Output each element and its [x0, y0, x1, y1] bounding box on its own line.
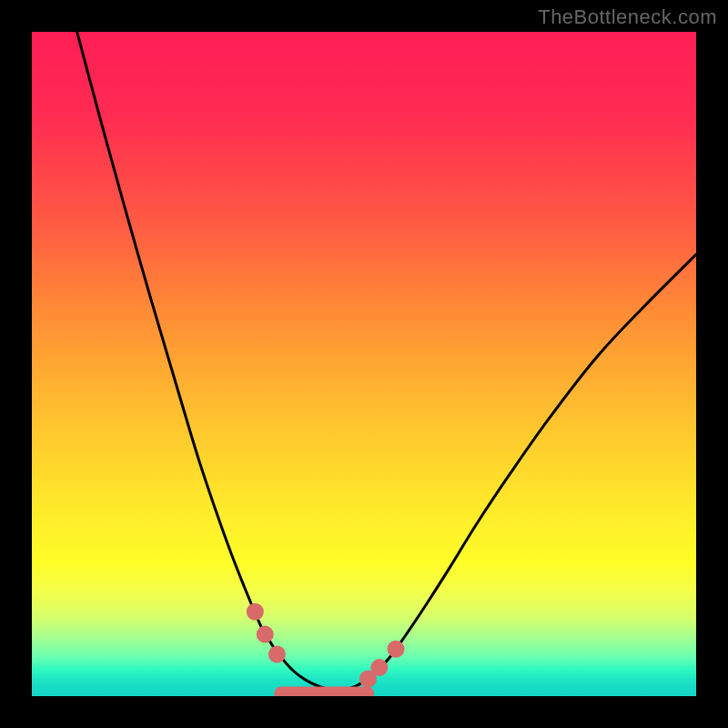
curve-right-curve — [338, 255, 696, 692]
plot-area — [32, 32, 696, 696]
marker-right-5 — [388, 641, 405, 658]
chart-frame: TheBottleneck.com — [0, 0, 728, 728]
marker-left-0 — [247, 603, 264, 621]
marker-left-2 — [268, 646, 286, 663]
marker-left-1 — [257, 626, 274, 643]
curve-left-curve — [77, 32, 338, 691]
marker-right-4 — [370, 659, 388, 676]
curve-svg — [32, 32, 696, 696]
attribution-label: TheBottleneck.com — [538, 5, 717, 29]
